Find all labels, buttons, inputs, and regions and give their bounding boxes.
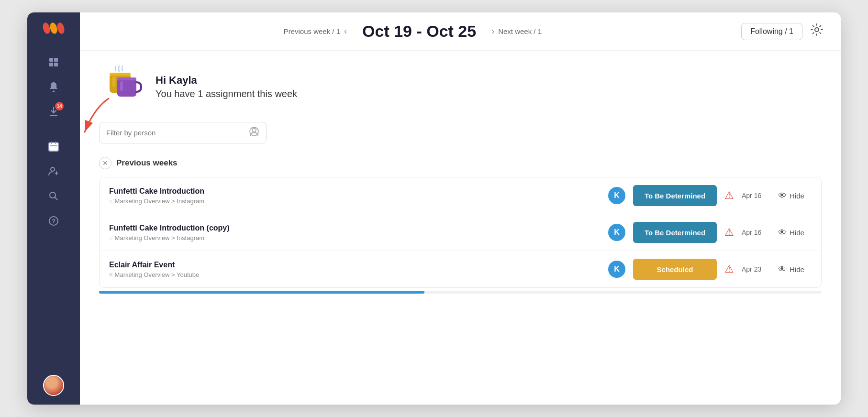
due-date: Apr 23: [742, 265, 770, 273]
main-content: Previous week / 1 ‹ Oct 19 - Oct 25 › Ne…: [80, 12, 841, 405]
welcome-section: Hi Kayla You have 1 assignment this week: [99, 65, 822, 109]
search-icon[interactable]: [42, 185, 65, 208]
following-button[interactable]: Following / 1: [741, 23, 802, 40]
table-row: Funfetti Cake Introduction ≡ Marketing O…: [100, 177, 821, 214]
svg-point-18: [815, 28, 819, 32]
next-week-nav[interactable]: › Next week / 1: [491, 26, 741, 36]
logo[interactable]: [43, 21, 65, 37]
assignment-title: Funfetti Cake Introduction (copy): [109, 224, 601, 232]
svg-rect-9: [49, 143, 58, 151]
scrollbar-thumb: [99, 291, 424, 294]
horizontal-scrollbar[interactable]: [99, 291, 822, 294]
prev-week-nav[interactable]: Previous week / 1 ‹: [97, 26, 347, 36]
hide-action[interactable]: 👁 Hide: [778, 264, 812, 274]
svg-rect-5: [49, 63, 53, 66]
content-area: Hi Kayla You have 1 assignment this week: [80, 51, 841, 405]
header-actions: Following / 1: [741, 23, 823, 40]
svg-rect-4: [54, 58, 58, 62]
svg-rect-21: [112, 77, 115, 87]
table-row: Eclair Affair Event ≡ Marketing Overview…: [100, 251, 821, 287]
assignment-title: Funfetti Cake Introduction: [109, 187, 601, 196]
calendar-icon[interactable]: [42, 135, 65, 158]
assignment-path: ≡ Marketing Overview > Youtube: [109, 271, 601, 278]
filter-section: [99, 122, 822, 143]
settings-gear-icon[interactable]: [810, 23, 823, 40]
svg-text:?: ?: [52, 218, 56, 225]
svg-rect-24: [120, 81, 123, 91]
svg-point-14: [51, 167, 55, 171]
svg-rect-3: [49, 58, 53, 62]
assignment-info: Eclair Affair Event ≡ Marketing Overview…: [109, 261, 601, 278]
svg-point-1: [49, 22, 58, 35]
eye-icon: 👁: [778, 264, 787, 274]
list-icon: ≡: [109, 234, 113, 241]
due-date: Apr 16: [742, 229, 770, 236]
avatar: K: [608, 224, 625, 241]
greeting-heading: Hi Kayla: [156, 74, 297, 87]
filter-input-wrap[interactable]: [99, 122, 267, 143]
next-week-label: Next week / 1: [498, 27, 542, 35]
week-range-title: Oct 19 - Oct 25: [347, 22, 491, 41]
prev-week-label: Previous week / 1: [284, 27, 340, 35]
svg-point-26: [252, 128, 256, 132]
svg-rect-11: [51, 142, 52, 144]
svg-rect-6: [54, 63, 58, 66]
list-icon: ≡: [109, 271, 113, 278]
svg-rect-13: [50, 145, 57, 146]
assignment-path: ≡ Marketing Overview > Instagram: [109, 234, 601, 241]
svg-point-2: [56, 22, 65, 35]
status-badge: To Be Determined: [633, 222, 717, 243]
download-badge: 14: [55, 102, 64, 110]
assignment-info: Funfetti Cake Introduction (copy) ≡ Mark…: [109, 224, 601, 241]
download-icon[interactable]: 14: [42, 100, 65, 123]
section-close-button[interactable]: ✕: [99, 157, 111, 169]
next-chevron-icon: ›: [491, 26, 494, 36]
previous-weeks-section: ✕ Previous weeks Funfetti Cake Introduct…: [99, 157, 822, 294]
svg-rect-8: [50, 115, 57, 116]
welcome-text: Hi Kayla You have 1 assignment this week: [156, 74, 297, 99]
list-icon: ≡: [109, 198, 113, 205]
person-add-icon[interactable]: [42, 160, 65, 183]
welcome-emoji: [99, 65, 142, 109]
warning-icon: ⚠: [724, 189, 734, 202]
svg-point-0: [43, 22, 51, 35]
avatar: K: [608, 261, 625, 278]
table-row: Funfetti Cake Introduction (copy) ≡ Mark…: [100, 214, 821, 251]
section-header: ✕ Previous weeks: [99, 157, 822, 169]
svg-rect-12: [55, 142, 56, 144]
filter-by-person-input[interactable]: [106, 129, 249, 137]
eye-icon: 👁: [778, 191, 787, 201]
avatar: K: [608, 187, 625, 204]
bell-icon[interactable]: [42, 76, 65, 99]
assignments-list: Funfetti Cake Introduction ≡ Marketing O…: [99, 177, 822, 288]
due-date: Apr 16: [742, 192, 770, 199]
warning-icon: ⚠: [724, 226, 734, 239]
section-title: Previous weeks: [116, 158, 178, 168]
svg-point-7: [53, 91, 55, 92]
assignment-title: Eclair Affair Event: [109, 261, 601, 269]
eye-icon: 👁: [778, 228, 787, 238]
assignment-info: Funfetti Cake Introduction ≡ Marketing O…: [109, 187, 601, 205]
help-icon[interactable]: ?: [42, 209, 65, 232]
user-avatar[interactable]: [43, 375, 64, 396]
status-badge: To Be Determined: [633, 185, 717, 206]
assignment-message: You have 1 assignment this week: [156, 88, 297, 99]
hide-action[interactable]: 👁 Hide: [778, 191, 812, 201]
warning-icon: ⚠: [724, 263, 734, 275]
grid-icon[interactable]: [42, 51, 65, 74]
header: Previous week / 1 ‹ Oct 19 - Oct 25 › Ne…: [80, 12, 841, 51]
svg-rect-20: [110, 73, 131, 76]
status-badge: Scheduled: [633, 259, 717, 280]
assignment-path: ≡ Marketing Overview > Instagram: [109, 198, 601, 205]
person-filter-icon: [249, 126, 259, 139]
hide-action[interactable]: 👁 Hide: [778, 228, 812, 238]
sidebar: 14: [27, 12, 80, 405]
svg-rect-23: [117, 77, 136, 80]
